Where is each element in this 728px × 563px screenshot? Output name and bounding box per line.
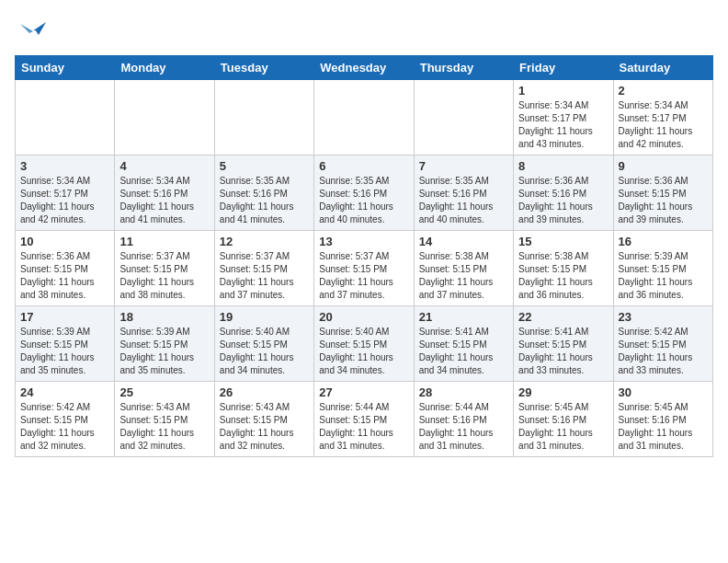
day-info: Sunrise: 5:35 AM Sunset: 5:16 PM Dayligh… xyxy=(319,175,408,226)
day-number: 23 xyxy=(619,310,708,324)
day-number: 10 xyxy=(20,235,109,248)
week-row-5: 24Sunrise: 5:42 AM Sunset: 5:15 PM Dayli… xyxy=(16,382,713,457)
calendar-cell: 21Sunrise: 5:41 AM Sunset: 5:15 PM Dayli… xyxy=(414,306,513,382)
day-info: Sunrise: 5:41 AM Sunset: 5:15 PM Dayligh… xyxy=(419,326,508,377)
calendar-cell: 16Sunrise: 5:39 AM Sunset: 5:15 PM Dayli… xyxy=(613,231,712,306)
day-info: Sunrise: 5:36 AM Sunset: 5:15 PM Dayligh… xyxy=(20,250,109,302)
day-number: 1 xyxy=(518,84,608,98)
day-number: 22 xyxy=(518,310,608,324)
day-info: Sunrise: 5:34 AM Sunset: 5:17 PM Dayligh… xyxy=(518,99,608,151)
weekday-header-wednesday: Wednesday xyxy=(314,56,414,80)
calendar-cell xyxy=(214,80,313,155)
day-number: 16 xyxy=(619,235,708,248)
day-number: 2 xyxy=(619,84,708,98)
calendar-cell: 28Sunrise: 5:44 AM Sunset: 5:16 PM Dayli… xyxy=(414,382,513,457)
day-number: 4 xyxy=(119,159,209,173)
day-number: 11 xyxy=(119,235,209,248)
day-info: Sunrise: 5:42 AM Sunset: 5:15 PM Dayligh… xyxy=(619,326,708,377)
day-number: 15 xyxy=(518,235,608,248)
day-number: 17 xyxy=(20,310,109,324)
day-number: 26 xyxy=(220,385,309,399)
calendar-cell: 17Sunrise: 5:39 AM Sunset: 5:15 PM Dayli… xyxy=(16,306,115,382)
calendar-cell: 12Sunrise: 5:37 AM Sunset: 5:15 PM Dayli… xyxy=(214,231,313,306)
calendar-cell: 23Sunrise: 5:42 AM Sunset: 5:15 PM Dayli… xyxy=(613,306,712,382)
day-info: Sunrise: 5:40 AM Sunset: 5:15 PM Dayligh… xyxy=(220,326,309,377)
day-number: 18 xyxy=(119,310,209,324)
calendar-cell: 20Sunrise: 5:40 AM Sunset: 5:15 PM Dayli… xyxy=(314,306,414,382)
calendar-cell: 7Sunrise: 5:35 AM Sunset: 5:16 PM Daylig… xyxy=(414,155,513,231)
day-info: Sunrise: 5:39 AM Sunset: 5:15 PM Dayligh… xyxy=(20,326,109,377)
calendar-cell: 3Sunrise: 5:34 AM Sunset: 5:17 PM Daylig… xyxy=(16,155,115,231)
calendar-cell: 19Sunrise: 5:40 AM Sunset: 5:15 PM Dayli… xyxy=(214,306,313,382)
day-number: 8 xyxy=(518,159,608,173)
calendar-cell: 18Sunrise: 5:39 AM Sunset: 5:15 PM Dayli… xyxy=(115,306,214,382)
calendar-cell: 29Sunrise: 5:45 AM Sunset: 5:16 PM Dayli… xyxy=(514,382,613,457)
day-number: 28 xyxy=(419,385,508,399)
calendar-cell: 26Sunrise: 5:43 AM Sunset: 5:15 PM Dayli… xyxy=(214,382,313,457)
day-info: Sunrise: 5:37 AM Sunset: 5:15 PM Dayligh… xyxy=(119,250,209,302)
weekday-header-sunday: Sunday xyxy=(16,56,115,80)
week-row-3: 10Sunrise: 5:36 AM Sunset: 5:15 PM Dayli… xyxy=(16,231,713,306)
day-info: Sunrise: 5:36 AM Sunset: 5:15 PM Dayligh… xyxy=(619,175,708,226)
calendar-cell: 10Sunrise: 5:36 AM Sunset: 5:15 PM Dayli… xyxy=(16,231,115,306)
calendar-cell: 8Sunrise: 5:36 AM Sunset: 5:16 PM Daylig… xyxy=(514,155,613,231)
calendar-cell: 22Sunrise: 5:41 AM Sunset: 5:15 PM Dayli… xyxy=(514,306,613,382)
calendar-cell: 2Sunrise: 5:34 AM Sunset: 5:17 PM Daylig… xyxy=(613,80,712,155)
day-number: 27 xyxy=(319,385,408,399)
weekday-header-thursday: Thursday xyxy=(414,56,513,80)
weekday-header-saturday: Saturday xyxy=(613,56,712,80)
day-info: Sunrise: 5:34 AM Sunset: 5:17 PM Dayligh… xyxy=(619,99,708,151)
calendar-cell: 13Sunrise: 5:37 AM Sunset: 5:15 PM Dayli… xyxy=(314,231,414,306)
calendar-cell: 5Sunrise: 5:35 AM Sunset: 5:16 PM Daylig… xyxy=(214,155,313,231)
weekday-header-row: SundayMondayTuesdayWednesdayThursdayFrid… xyxy=(16,56,713,80)
day-number: 7 xyxy=(419,159,508,173)
day-info: Sunrise: 5:39 AM Sunset: 5:15 PM Dayligh… xyxy=(119,326,209,377)
svg-marker-0 xyxy=(29,22,46,35)
weekday-header-monday: Monday xyxy=(115,56,214,80)
day-info: Sunrise: 5:38 AM Sunset: 5:15 PM Dayligh… xyxy=(518,250,608,302)
calendar-cell: 4Sunrise: 5:34 AM Sunset: 5:16 PM Daylig… xyxy=(115,155,214,231)
logo-bird-icon xyxy=(20,15,48,48)
svg-marker-1 xyxy=(20,24,33,33)
day-number: 19 xyxy=(220,310,309,324)
day-info: Sunrise: 5:37 AM Sunset: 5:15 PM Dayligh… xyxy=(220,250,309,302)
day-info: Sunrise: 5:45 AM Sunset: 5:16 PM Dayligh… xyxy=(518,401,608,453)
day-number: 13 xyxy=(319,235,408,248)
day-number: 12 xyxy=(220,235,309,248)
day-info: Sunrise: 5:44 AM Sunset: 5:15 PM Dayligh… xyxy=(319,401,408,453)
week-row-1: 1Sunrise: 5:34 AM Sunset: 5:17 PM Daylig… xyxy=(16,80,713,155)
calendar-cell: 27Sunrise: 5:44 AM Sunset: 5:15 PM Dayli… xyxy=(314,382,414,457)
calendar-cell: 9Sunrise: 5:36 AM Sunset: 5:15 PM Daylig… xyxy=(613,155,712,231)
calendar-cell xyxy=(314,80,414,155)
day-number: 30 xyxy=(619,385,708,399)
day-number: 3 xyxy=(20,159,109,173)
day-number: 25 xyxy=(119,385,209,399)
day-info: Sunrise: 5:43 AM Sunset: 5:15 PM Dayligh… xyxy=(220,401,309,453)
day-info: Sunrise: 5:37 AM Sunset: 5:15 PM Dayligh… xyxy=(319,250,408,302)
day-number: 29 xyxy=(518,385,608,399)
calendar-cell xyxy=(16,80,115,155)
day-number: 24 xyxy=(20,385,109,399)
week-row-2: 3Sunrise: 5:34 AM Sunset: 5:17 PM Daylig… xyxy=(16,155,713,231)
page-header xyxy=(15,15,713,48)
day-info: Sunrise: 5:35 AM Sunset: 5:16 PM Dayligh… xyxy=(220,175,309,226)
day-number: 20 xyxy=(319,310,408,324)
calendar-cell xyxy=(115,80,214,155)
day-info: Sunrise: 5:39 AM Sunset: 5:15 PM Dayligh… xyxy=(619,250,708,302)
day-info: Sunrise: 5:41 AM Sunset: 5:15 PM Dayligh… xyxy=(518,326,608,377)
calendar-cell: 30Sunrise: 5:45 AM Sunset: 5:16 PM Dayli… xyxy=(613,382,712,457)
day-number: 14 xyxy=(419,235,508,248)
week-row-4: 17Sunrise: 5:39 AM Sunset: 5:15 PM Dayli… xyxy=(16,306,713,382)
calendar-cell: 25Sunrise: 5:43 AM Sunset: 5:15 PM Dayli… xyxy=(115,382,214,457)
calendar-cell: 24Sunrise: 5:42 AM Sunset: 5:15 PM Dayli… xyxy=(16,382,115,457)
day-info: Sunrise: 5:43 AM Sunset: 5:15 PM Dayligh… xyxy=(119,401,209,453)
day-info: Sunrise: 5:36 AM Sunset: 5:16 PM Dayligh… xyxy=(518,175,608,226)
weekday-header-friday: Friday xyxy=(514,56,613,80)
calendar-cell: 15Sunrise: 5:38 AM Sunset: 5:15 PM Dayli… xyxy=(514,231,613,306)
day-number: 5 xyxy=(220,159,309,173)
day-info: Sunrise: 5:35 AM Sunset: 5:16 PM Dayligh… xyxy=(419,175,508,226)
day-info: Sunrise: 5:42 AM Sunset: 5:15 PM Dayligh… xyxy=(20,401,109,453)
day-info: Sunrise: 5:40 AM Sunset: 5:15 PM Dayligh… xyxy=(319,326,408,377)
calendar-cell: 11Sunrise: 5:37 AM Sunset: 5:15 PM Dayli… xyxy=(115,231,214,306)
calendar-table: SundayMondayTuesdayWednesdayThursdayFrid… xyxy=(15,55,713,457)
